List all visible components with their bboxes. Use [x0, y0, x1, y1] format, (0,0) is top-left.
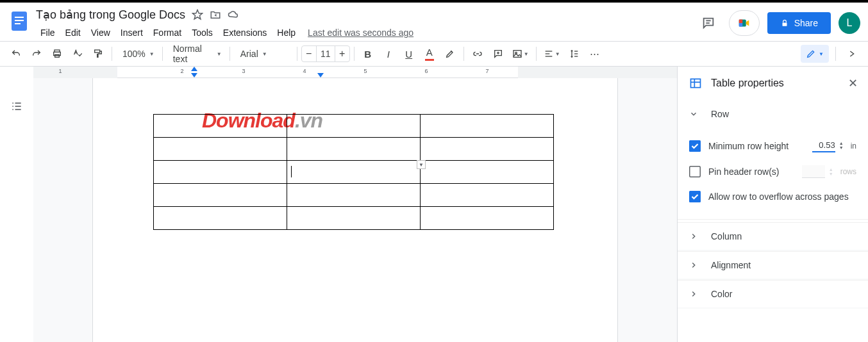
ruler-number: 6 [424, 68, 428, 74]
insert-image-button[interactable]: ▼ [509, 45, 532, 63]
last-edit-link[interactable]: Last edit was seconds ago [308, 28, 413, 38]
min-height-unit: in [851, 142, 856, 151]
zoom-select[interactable]: 100%▼ [116, 45, 158, 63]
highlight-button[interactable] [440, 45, 460, 63]
menu-help[interactable]: Help [272, 25, 300, 40]
section-row: Row Minimum row height ▲▼ in Pin header … [678, 101, 868, 220]
undo-button[interactable] [6, 45, 26, 63]
menu-view[interactable]: View [87, 25, 115, 40]
lock-icon [780, 19, 789, 28]
increase-font-button[interactable]: + [335, 46, 349, 61]
ruler-number: 2 [180, 68, 183, 74]
chevron-down-icon: ▼ [555, 51, 560, 57]
chevron-down-icon: ▼ [217, 51, 222, 57]
menu-edit[interactable]: Edit [61, 25, 85, 40]
document-table[interactable]: ▼ [153, 114, 554, 230]
move-icon[interactable] [210, 9, 221, 20]
share-button[interactable]: Share [767, 12, 831, 34]
menu-file[interactable]: File [36, 25, 60, 40]
align-button[interactable]: ▼ [540, 45, 563, 63]
overflow-label: Allow row to overflow across pages [708, 191, 856, 202]
style-select[interactable]: Normal text▼ [167, 45, 226, 63]
svg-rect-9 [739, 23, 742, 27]
collapse-sidebar-button[interactable] [842, 45, 862, 63]
section-row-header[interactable]: Row [678, 101, 868, 127]
table-row [154, 115, 554, 138]
menu-format[interactable]: Format [149, 25, 186, 40]
ruler-margin-right [518, 67, 677, 78]
separator [112, 47, 112, 61]
section-column-header[interactable]: Column [678, 222, 868, 250]
spellcheck-button[interactable] [68, 45, 87, 63]
underline-button[interactable]: U [399, 45, 419, 63]
ruler-right-indent-marker[interactable] [317, 73, 324, 77]
paint-format-button[interactable] [88, 45, 108, 63]
add-comment-button[interactable] [488, 45, 508, 63]
chevron-down-icon: ▼ [524, 51, 529, 57]
menu-tools[interactable]: Tools [187, 25, 217, 40]
comment-history-icon[interactable] [696, 10, 721, 36]
more-button[interactable]: ⋯ [585, 45, 605, 63]
separator [162, 47, 163, 61]
section-alignment-header[interactable]: Alignment [678, 251, 868, 279]
min-height-checkbox[interactable] [689, 140, 701, 152]
ruler-number: 4 [303, 68, 306, 74]
min-height-label: Minimum row height [708, 141, 805, 151]
ruler-first-line-marker[interactable] [191, 67, 197, 71]
panel-header: Table properties ✕ [678, 67, 868, 101]
section-color-header[interactable]: Color [678, 280, 868, 307]
font-size-input[interactable] [316, 46, 335, 61]
document-page[interactable]: Download.vn ▼ [92, 78, 618, 342]
user-avatar[interactable]: L [839, 12, 860, 34]
menu-insert[interactable]: Insert [116, 25, 147, 40]
overflow-checkbox[interactable] [689, 191, 701, 202]
ruler-number: 5 [363, 68, 367, 74]
min-height-stepper[interactable]: ▲▼ [839, 142, 847, 150]
star-icon[interactable] [192, 9, 203, 20]
editing-mode-button[interactable]: ▼ [801, 45, 829, 63]
table-row [154, 138, 554, 161]
print-button[interactable] [47, 45, 67, 63]
pin-rows-input [802, 165, 825, 178]
redo-button[interactable] [27, 45, 46, 63]
svg-rect-31 [691, 79, 701, 87]
svg-rect-14 [95, 50, 100, 53]
text-cursor [291, 166, 292, 177]
line-spacing-button[interactable] [565, 45, 584, 63]
chevron-down-icon: ▼ [262, 51, 267, 57]
table-icon [688, 76, 703, 91]
chevron-right-icon [689, 261, 701, 270]
separator [835, 47, 836, 61]
document-title[interactable]: Tạo bảng trong Google Docs [36, 8, 185, 22]
panel-title: Table properties [711, 77, 840, 89]
decrease-font-button[interactable]: − [302, 46, 316, 61]
pin-rows-unit: rows [840, 167, 856, 176]
font-size-group: − + [301, 45, 350, 62]
separator [230, 47, 230, 61]
separator [354, 47, 355, 61]
meet-button[interactable] [729, 10, 760, 36]
svg-rect-2 [15, 20, 24, 21]
table-row: ▼ [154, 161, 554, 184]
italic-button[interactable]: I [379, 45, 398, 63]
ruler[interactable]: 1 2 3 4 5 6 7 [33, 67, 677, 78]
separator [536, 47, 537, 61]
min-height-input[interactable] [812, 139, 835, 152]
cloud-icon[interactable] [228, 9, 239, 20]
menu-extensions[interactable]: Extensions [219, 25, 271, 40]
bold-button[interactable]: B [358, 45, 378, 63]
text-color-button[interactable]: A [420, 45, 439, 63]
insert-link-button[interactable] [468, 45, 487, 63]
font-select[interactable]: Arial▼ [234, 45, 293, 63]
main-area: 1 2 3 4 5 6 7 Download.vn ▼ Table prope [0, 67, 868, 342]
svg-rect-35 [690, 167, 701, 177]
docs-logo[interactable] [5, 6, 33, 32]
pin-header-checkbox[interactable] [689, 166, 701, 177]
left-rail [0, 67, 33, 342]
ruler-indent-marker[interactable] [191, 73, 197, 77]
canvas[interactable]: 1 2 3 4 5 6 7 Download.vn ▼ [33, 67, 677, 342]
svg-rect-3 [15, 23, 21, 24]
ruler-margin-left [33, 67, 117, 78]
close-panel-button[interactable]: ✕ [848, 76, 858, 90]
outline-toggle-button[interactable] [8, 97, 26, 115]
